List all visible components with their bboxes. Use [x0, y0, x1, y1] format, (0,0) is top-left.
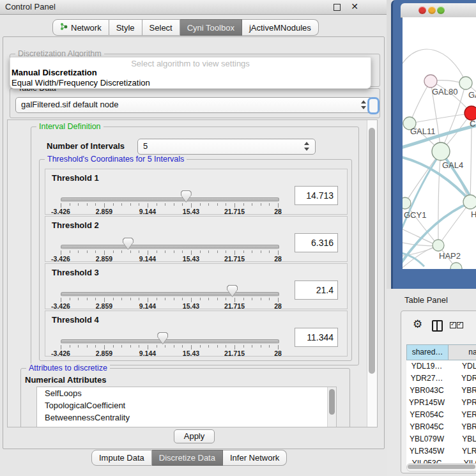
tab-style[interactable]: Style [109, 19, 142, 36]
network-edge[interactable] [410, 81, 431, 122]
threshold-value-field[interactable]: 14.713 [295, 186, 338, 205]
table-cell: YBR0 [447, 421, 476, 433]
gear-icon[interactable]: ⚙ [413, 318, 422, 331]
table-panel-title: Table Panel [404, 295, 448, 305]
network-edge[interactable] [438, 151, 441, 244]
tick-label: 28 [274, 208, 282, 215]
network-edge[interactable] [403, 228, 437, 245]
tick-label: -3.426 [51, 208, 70, 215]
combo-spinner-icon [304, 142, 310, 151]
node-label-hap2: HAP2 [439, 251, 461, 261]
node-label-ga: GA [468, 90, 476, 100]
settings-scroll-panel: Interval Definition Number of Intervals … [7, 119, 378, 427]
tick-label: 15.43 [183, 255, 199, 263]
algorithm-dropdown-popup: Select algorithm to view settings Manual… [10, 57, 371, 89]
columns-icon[interactable] [432, 320, 443, 332]
network-node[interactable] [463, 195, 476, 209]
close-icon[interactable]: ✕ [351, 1, 358, 12]
table-cell: YPR1 [447, 397, 476, 409]
table-row[interactable]: YBL079WYBL0 [406, 433, 476, 445]
tick-label: 2.859 [96, 302, 112, 310]
threshold-label: Threshold 3 [52, 268, 99, 277]
apply-button[interactable]: Apply [174, 429, 215, 443]
threshold-value-field[interactable]: 6.316 [295, 233, 338, 252]
network-node[interactable] [433, 240, 444, 251]
slider-track[interactable] [61, 245, 279, 249]
table-row[interactable]: YBR043CYBR0 [406, 385, 476, 397]
traffic-light-minimize[interactable] [428, 6, 436, 14]
option-equal-width-frequency[interactable]: Equal Width/Frequency Discretization [12, 78, 150, 88]
network-node[interactable] [464, 106, 476, 120]
tab-impute-data[interactable]: Impute Data [91, 450, 152, 466]
table-row[interactable]: YDR27…YDR2 [406, 372, 476, 385]
checked-box-icon[interactable] [457, 322, 463, 328]
tick-label: 15.43 [183, 349, 199, 357]
table-hscrollbar [406, 463, 476, 472]
interval-definition-groupbox: Interval Definition Number of Intervals … [31, 127, 359, 365]
numerical-attributes-list[interactable]: SelfLoopsTopologicalCoefficientBetweenne… [36, 387, 337, 427]
tick-label: 28 [274, 255, 282, 263]
table-panel: Table Panel ⚙ shared…naYDL19…YDL1YDR27…Y… [387, 289, 476, 476]
tick-label: 28 [274, 349, 282, 357]
app-root: Control Panel ✕ NetworkStyleSelectCyni T… [0, 0, 476, 476]
tick-label: 2.859 [96, 255, 112, 263]
network-node[interactable] [424, 75, 437, 88]
slider-track[interactable] [61, 197, 279, 202]
network-canvas[interactable]: GAL80GACGAL11GAL4GCY1HHAP2 [403, 17, 476, 269]
checked-box-icon[interactable] [450, 322, 456, 328]
slider-track[interactable] [61, 292, 279, 296]
cyni-toolbox-panel: Discretization Algorithm Table Data galF… [3, 36, 385, 449]
attribute-item-betweennesscentrality[interactable]: BetweennessCentrality [37, 411, 336, 424]
tab-discretize-data[interactable]: Discretize Data [152, 450, 223, 466]
tick-label: 9.144 [139, 208, 156, 215]
table-row[interactable]: YER054CYER0 [406, 409, 476, 421]
network-edge[interactable] [410, 114, 470, 123]
column-header-1[interactable]: shared… [406, 344, 449, 360]
table-hscrollbar-thumb[interactable] [408, 464, 475, 469]
attribute-item-topologicalcoefficient[interactable]: TopologicalCoefficient [37, 399, 336, 411]
network-node[interactable] [459, 77, 472, 89]
traffic-light-close[interactable] [418, 6, 426, 14]
network-edge[interactable] [403, 246, 437, 269]
tab-label: Cyni Toolbox [187, 23, 234, 33]
tab-infer-network[interactable]: Infer Network [223, 450, 287, 466]
attribute-item-selfloops[interactable]: SelfLoops [37, 387, 336, 399]
tab-network[interactable]: Network [52, 19, 109, 36]
node-label-gcy1: GCY1 [404, 210, 426, 220]
tick-label: 21.715 [224, 349, 245, 357]
threshold-value-field[interactable]: 11.344 [295, 328, 338, 347]
combo-spinner-icon [361, 100, 367, 109]
option-manual-discretization[interactable]: Manual Discretization [12, 68, 97, 77]
node-label-c: C [470, 119, 475, 128]
number-of-intervals-combo[interactable]: 5 [137, 139, 316, 155]
table-cell: YDR27… [406, 372, 447, 385]
table-cell: YDL19… [406, 360, 447, 372]
tab-label: Select [150, 23, 173, 33]
threshold-panel-2: Threshold 2-3.4262.8599.14415.4321.71528… [45, 216, 348, 262]
network-node[interactable] [403, 197, 411, 209]
list-scrollbar-thumb[interactable] [329, 389, 335, 415]
column-header-2[interactable]: na [449, 344, 476, 360]
table-cell: YLR345W [406, 445, 447, 457]
table-row[interactable]: YDL19…YDL1 [406, 360, 476, 372]
network-node[interactable] [432, 142, 450, 160]
tab-jactivemnodules[interactable]: jActiveMNodules [242, 19, 319, 36]
table-data-combo-value: galFiltered.sif default node [21, 100, 118, 109]
network-window-titlebar[interactable] [401, 3, 476, 18]
slider-ticks: -3.4262.8599.14415.4321.71528 [61, 203, 278, 215]
table-data-combo[interactable]: galFiltered.sif default node [15, 97, 372, 113]
traffic-light-zoom[interactable] [437, 6, 445, 14]
tab-cyni-toolbox[interactable]: Cyni Toolbox [180, 19, 242, 36]
table-cell: YLR3 [447, 445, 476, 457]
float-window-icon[interactable] [334, 4, 341, 11]
slider-track[interactable] [61, 339, 279, 344]
node-label-h: H [471, 210, 476, 219]
table-row[interactable]: YPR145WYPR1 [406, 397, 476, 409]
panel-scrollbar-thumb[interactable] [369, 128, 375, 374]
table-row[interactable]: YLR345WYLR3 [406, 445, 476, 457]
algorithm-combo-focus-ring[interactable] [367, 97, 380, 114]
tick-label: -3.426 [51, 349, 70, 357]
table-row[interactable]: YBR045CYBR0 [406, 421, 476, 433]
tab-select[interactable]: Select [142, 19, 180, 36]
threshold-value-field[interactable]: 21.4 [295, 280, 338, 300]
